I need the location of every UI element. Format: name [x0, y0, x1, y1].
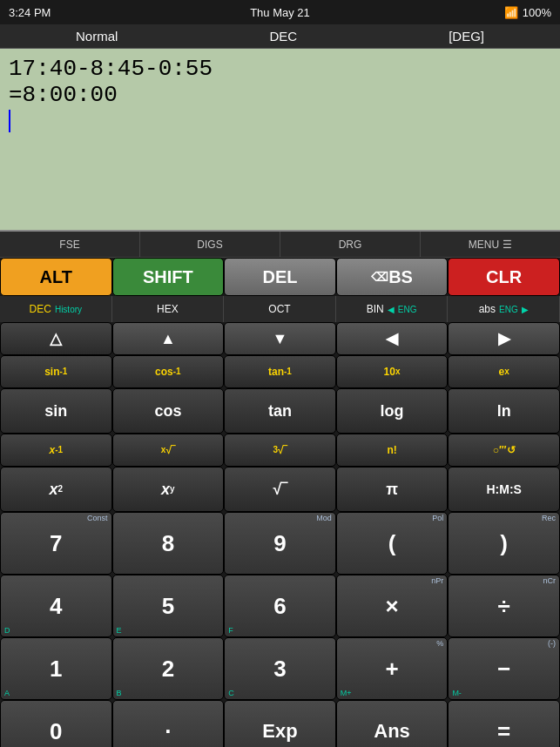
fse-button[interactable]: FSE [0, 232, 140, 257]
shift-button[interactable]: SHIFT [112, 258, 225, 296]
btn-equals[interactable]: = [448, 700, 560, 747]
cube-root-label: 3√‾ [224, 434, 336, 467]
x-root-label: x√‾ [112, 434, 225, 467]
num-row-123: A1 B2 C3 %+ M+ (-)− M- [0, 637, 560, 700]
power-top-labels: x-1 x√‾ 3√‾ n! ○′″↺ [0, 434, 560, 467]
abs-mode[interactable]: abs ENG ▶ [448, 296, 560, 322]
btn-plus[interactable]: %+ M+ [336, 637, 449, 700]
clr-button[interactable]: CLR [448, 258, 560, 296]
calculator-display: 17:40-8:45-0:55 =8:00:00 [0, 49, 560, 232]
btn-0[interactable]: MC0 [0, 700, 112, 747]
ln-button[interactable]: ln [448, 388, 560, 434]
e-x-label: ex [448, 355, 560, 388]
display-line2: =8:00:00 [9, 82, 551, 108]
btn-4[interactable]: D4 [0, 575, 112, 637]
alt-button[interactable]: ALT [0, 258, 112, 296]
right-button[interactable]: ▶ [448, 322, 560, 355]
dms-label: ○′″↺ [448, 434, 560, 467]
num-row-789: Const7 8 Mod9 Pol( Rec) [0, 512, 560, 575]
sqrt-button[interactable]: √‾ [224, 467, 336, 512]
status-time: 3:24 PM [9, 6, 51, 19]
btn-7[interactable]: Const7 [0, 512, 112, 575]
mode-bar: Normal DEC [DEG] [0, 24, 560, 49]
left-button[interactable]: ◀ [336, 322, 449, 355]
ctrl-row: ALT SHIFT DEL ⌫ BS CLR [0, 258, 560, 296]
btn-9[interactable]: Mod9 [224, 512, 336, 575]
trig-row: sin cos tan log ln [0, 388, 560, 434]
btn-3[interactable]: C3 [224, 637, 336, 700]
function-row: FSE DIGS DRG MENU ☰ [0, 232, 560, 258]
arrow-row: △ ▲ ▼ ◀ ▶ [0, 322, 560, 355]
log-button[interactable]: log [336, 388, 449, 434]
btn-rparen[interactable]: Rec) [448, 512, 560, 575]
btn-1[interactable]: A1 [0, 637, 112, 700]
hms-button[interactable]: H:M:S [448, 467, 560, 512]
hex-mode[interactable]: HEX [112, 296, 225, 322]
status-bar: 3:24 PM Thu May 21 📶 100% [0, 0, 560, 24]
bin-mode[interactable]: BIN ◀ ENG [336, 296, 449, 322]
cos-inv-label: cos-1 [112, 355, 225, 388]
pi-button[interactable]: π [336, 467, 449, 512]
sin-inv-label: sin-1 [0, 355, 112, 388]
btn-ans[interactable]: HistoryAns [336, 700, 449, 747]
mode-dec[interactable]: DEC [269, 29, 297, 44]
btn-dot[interactable]: M· [112, 700, 225, 747]
oct-mode[interactable]: OCT [224, 296, 336, 322]
cursor [9, 110, 10, 132]
del-button[interactable]: DEL [224, 258, 336, 296]
x2-button[interactable]: x2 [0, 467, 112, 512]
wifi-icon: 📶 [504, 6, 518, 19]
xy-button[interactable]: xy [112, 467, 225, 512]
tan-button[interactable]: tan [224, 388, 336, 434]
sin-button[interactable]: sin [0, 388, 112, 434]
btn-2[interactable]: B2 [112, 637, 225, 700]
btn-divide[interactable]: nCr÷ [448, 575, 560, 637]
x-inv-label: x-1 [0, 434, 112, 467]
dec-mode[interactable]: DEC History [0, 296, 112, 322]
battery-text: 100% [523, 6, 551, 19]
status-day: Thu May 21 [250, 6, 310, 19]
btn-multiply[interactable]: nPr× [336, 575, 449, 637]
cos-button[interactable]: cos [112, 388, 225, 434]
down-button[interactable]: ▼ [224, 322, 336, 355]
btn-lparen[interactable]: Pol( [336, 512, 449, 575]
display-line1: 17:40-8:45-0:55 [9, 56, 551, 82]
mode-row: DEC History HEX OCT BIN ◀ ENG abs ENG ▶ [0, 296, 560, 322]
mode-normal[interactable]: Normal [76, 29, 118, 44]
btn-6[interactable]: F6 [224, 575, 336, 637]
factorial-label: n! [336, 434, 449, 467]
up-outline-button[interactable]: △ [0, 322, 112, 355]
trig-inverse-labels: sin-1 cos-1 tan-1 10x ex [0, 355, 560, 388]
ten-x-label: 10x [336, 355, 449, 388]
power-row: x2 xy √‾ π H:M:S [0, 467, 560, 512]
digs-button[interactable]: DIGS [140, 232, 280, 257]
btn-minus[interactable]: (-)− M- [448, 637, 560, 700]
drg-button[interactable]: DRG [280, 232, 421, 257]
btn-5[interactable]: E5 [112, 575, 225, 637]
calculator-area: FSE DIGS DRG MENU ☰ ALT SHIFT DEL ⌫ BS C… [0, 232, 560, 747]
menu-button[interactable]: MENU ☰ [421, 232, 560, 257]
mode-deg[interactable]: [DEG] [449, 29, 484, 44]
btn-8[interactable]: 8 [112, 512, 225, 575]
tan-inv-label: tan-1 [224, 355, 336, 388]
num-row-0: MC0 M· MRExp HistoryAns = [0, 700, 560, 747]
num-row-456: D4 E5 F6 nPr× nCr÷ [0, 575, 560, 637]
bs-button[interactable]: ⌫ BS [336, 258, 449, 296]
btn-exp[interactable]: MRExp [224, 700, 336, 747]
up-button[interactable]: ▲ [112, 322, 225, 355]
